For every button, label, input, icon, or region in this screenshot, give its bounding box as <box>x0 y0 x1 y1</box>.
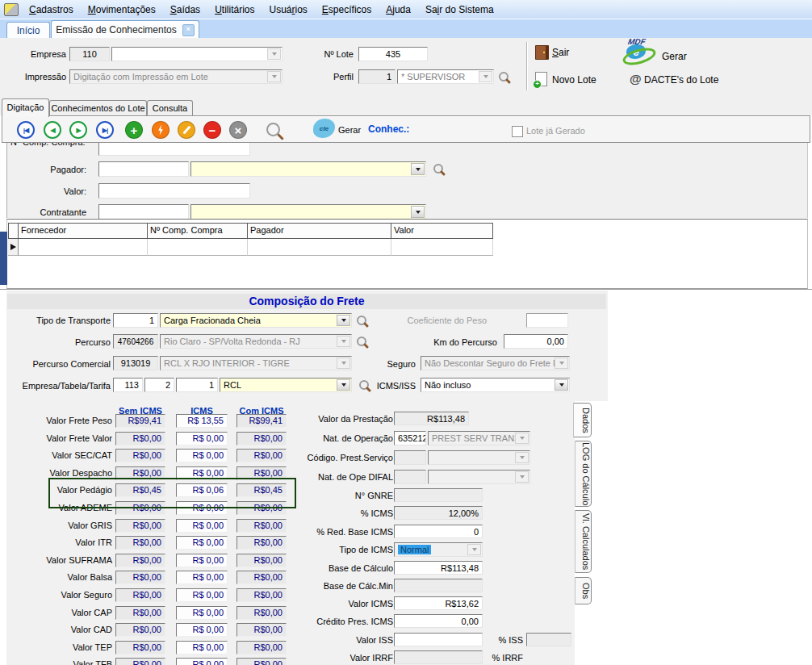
freight-value-sem-icms[interactable]: R$0,00 <box>115 571 165 584</box>
tab-emissao-de-conhecimentos[interactable]: Emissão de Conhecimentos × <box>51 20 199 39</box>
perfil-combo[interactable]: * SUPERVISOR <box>397 69 494 84</box>
grid-cell[interactable] <box>148 239 248 256</box>
menu-item-saidas[interactable]: Saídas <box>163 4 207 15</box>
freight-value-com-icms[interactable]: R$0,00 <box>236 623 287 637</box>
sair-button[interactable]: Sair <box>552 47 569 58</box>
grid-cell[interactable] <box>391 239 493 256</box>
freight-value-sem-icms[interactable]: R$0,00 <box>115 588 165 602</box>
chevron-down-icon[interactable] <box>411 163 425 175</box>
delete-record-button[interactable]: − <box>203 121 221 139</box>
side-tab-log-do-calculo[interactable]: LOG do Cálculo <box>575 441 592 507</box>
freight-value-icms-icms[interactable]: R$ 0,00 <box>176 588 228 602</box>
cancel-record-button[interactable]: × <box>229 121 247 139</box>
new-document-icon[interactable]: + <box>535 72 547 86</box>
freight-value-com-icms[interactable]: R$0,00 <box>236 466 287 480</box>
freight-value-com-icms[interactable]: R$0,00 <box>236 432 287 445</box>
tarifa-search-icon[interactable] <box>359 380 369 390</box>
freight-value-sem-icms[interactable]: R$0,00 <box>115 658 165 665</box>
freight-value-com-icms[interactable]: R$0,00 <box>236 588 287 602</box>
freight-value-icms-icms[interactable]: R$ 0,00 <box>176 641 228 655</box>
freight-value-com-icms[interactable]: R$0,00 <box>236 519 287 533</box>
grid-cell[interactable] <box>248 239 391 256</box>
last-record-button[interactable]: ▶| <box>96 121 114 139</box>
freight-value-com-icms[interactable]: R$0,00 <box>236 658 287 665</box>
close-tab-icon[interactable]: × <box>182 24 195 36</box>
side-tab-dados[interactable]: Dados <box>573 403 592 437</box>
perfil-search-icon[interactable] <box>499 72 509 82</box>
freight-value-sem-icms[interactable]: R$0,00 <box>115 501 165 515</box>
menu-item-usuarios[interactable]: Usuários <box>262 4 314 15</box>
freight-value-icms-icms[interactable]: R$ 0,00 <box>176 658 228 665</box>
exit-door-icon[interactable] <box>535 45 549 60</box>
search-icon[interactable] <box>266 123 280 136</box>
freight-value-com-icms[interactable]: R$0,00 <box>236 641 287 655</box>
freight-value-sem-icms[interactable]: R$0,00 <box>115 432 165 445</box>
first-record-button[interactable]: |◀ <box>17 121 35 139</box>
insert-record-button[interactable]: + <box>125 121 143 139</box>
freight-value-icms-icms[interactable]: R$ 13,55 <box>176 414 228 428</box>
freight-value-sem-icms[interactable]: R$0,00 <box>115 536 165 550</box>
freight-value-com-icms[interactable]: R$0,00 <box>236 606 287 620</box>
valor-iss-field[interactable] <box>394 633 483 646</box>
valor-icms-field[interactable]: R$13,62 <box>394 596 483 610</box>
credito-pres-icms-field[interactable]: 0,00 <box>394 614 483 628</box>
mdfe-gerar-button[interactable]: Gerar <box>662 51 687 62</box>
side-tab-vl-calculados[interactable]: Vl. Calculados <box>575 510 592 573</box>
menu-item-ajuda[interactable]: Ajuda <box>379 4 418 15</box>
tipo-transporte-search-icon[interactable] <box>357 316 366 325</box>
side-tab-obs[interactable]: Obs <box>575 577 592 604</box>
contratante-combo[interactable] <box>190 204 426 220</box>
grid-col-comp-compra[interactable]: Nº Comp. Compra <box>148 223 248 239</box>
freight-value-sem-icms[interactable]: R$0,00 <box>115 554 165 567</box>
freight-value-sem-icms[interactable]: R$0,00 <box>115 623 165 637</box>
freight-value-com-icms[interactable]: R$0,00 <box>236 554 287 567</box>
tarifa-tabela-field[interactable]: 2 <box>144 378 174 392</box>
freight-value-icms-icms[interactable]: R$ 0,00 <box>176 432 228 445</box>
tab-conhecimentos-do-lote[interactable]: Conhecimentos do Lote <box>49 100 147 116</box>
chevron-down-icon[interactable] <box>337 379 350 391</box>
grid-col-valor[interactable]: Valor <box>391 223 493 239</box>
lote-ja-gerado-checkbox[interactable] <box>512 126 523 137</box>
tarifa-empresa-field[interactable]: 113 <box>113 378 143 392</box>
freight-value-sem-icms[interactable]: R$0,00 <box>115 519 165 533</box>
menu-item-sair-do-sistema[interactable]: Sair do Sistema <box>418 4 501 15</box>
freight-value-sem-icms[interactable]: R$99,41 <box>115 414 165 428</box>
mdfe-icon[interactable]: MDF e <box>623 37 659 63</box>
freight-value-sem-icms[interactable]: R$0,45 <box>115 483 165 497</box>
pagador-search-icon[interactable] <box>433 164 443 174</box>
chevron-down-icon[interactable] <box>411 206 425 218</box>
freight-value-com-icms[interactable]: R$0,45 <box>236 483 287 497</box>
menu-item-cadastros[interactable]: Cadastros <box>22 4 81 15</box>
tab-digitacao[interactable]: Digitação <box>2 98 49 117</box>
freight-value-com-icms[interactable]: R$0,00 <box>236 571 287 584</box>
contratante-code-input[interactable] <box>98 204 189 220</box>
freight-value-icms-icms[interactable]: R$ 0,00 <box>176 623 228 637</box>
grid-cell[interactable] <box>19 239 148 256</box>
nat-operacao-code[interactable]: 635212 <box>394 431 426 445</box>
tipo-transporte-combo[interactable]: Carga Fracionada Cheia <box>160 313 352 328</box>
grid-col-fornecedor[interactable]: Fornecedor <box>19 223 148 239</box>
base-calculo-field[interactable]: R$113,48 <box>394 561 483 575</box>
tab-consulta[interactable]: Consulta <box>147 100 193 116</box>
chevron-down-icon[interactable] <box>337 315 350 326</box>
post-record-button[interactable] <box>152 121 170 139</box>
dacte-do-lote-button[interactable]: DACTE's do Lote <box>644 74 718 86</box>
prior-record-button[interactable]: ◀ <box>44 121 61 139</box>
percurso-search-icon[interactable] <box>357 337 366 346</box>
next-record-button[interactable]: ▶ <box>69 121 87 139</box>
red-base-icms-field[interactable]: 0 <box>394 525 483 538</box>
freight-value-icms-icms[interactable]: R$ 0,00 <box>176 606 228 620</box>
chevron-down-icon[interactable] <box>555 379 568 391</box>
dacte-at-icon[interactable]: @ <box>630 72 642 86</box>
tarifa-field[interactable]: 1 <box>176 378 218 392</box>
km-percurso-field[interactable]: 0,00 <box>504 334 568 349</box>
freight-value-icms-icms[interactable]: R$ 0,00 <box>176 449 228 462</box>
tipo-transporte-code[interactable]: 1 <box>113 313 158 328</box>
freight-value-sem-icms[interactable]: R$0,00 <box>115 606 165 620</box>
grid-col-pagador[interactable]: Pagador <box>248 223 391 239</box>
menu-item-utilitarios[interactable]: Utilitários <box>207 4 262 15</box>
menu-item-especificos[interactable]: Específicos <box>315 4 379 15</box>
freight-value-icms-icms[interactable]: R$ 0,00 <box>176 536 228 550</box>
tarifa-combo[interactable]: RCL <box>220 378 352 392</box>
freight-value-icms-icms[interactable]: R$ 0,00 <box>176 554 228 567</box>
